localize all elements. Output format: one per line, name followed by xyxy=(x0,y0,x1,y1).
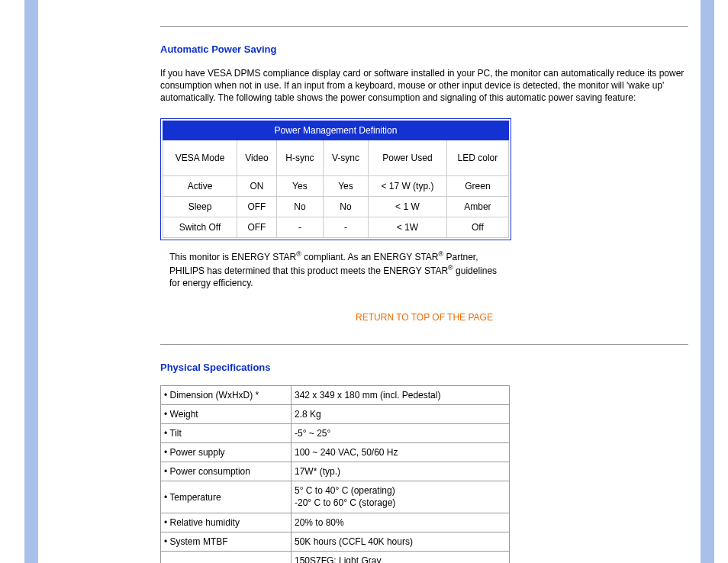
pm-cell: No xyxy=(323,196,368,217)
pm-header-cell: Power Used xyxy=(369,140,447,175)
pm-header-cell: LED color xyxy=(446,140,508,175)
energy-star-compliance: This monitor is ENERGY STAR® compliant. … xyxy=(169,249,498,290)
spec-label: • Weight xyxy=(161,405,292,424)
pm-cell: Off xyxy=(446,217,508,237)
pm-cell: OFF xyxy=(237,217,276,237)
spec-value: 20% to 80% xyxy=(292,513,510,532)
pm-cell: < 1W xyxy=(369,217,447,237)
aps-heading: Automatic Power Saving xyxy=(160,43,688,55)
pm-cell: Sleep xyxy=(163,196,237,217)
power-management-table: Power Management Definition VESA Mode Vi… xyxy=(160,118,511,240)
spec-label: • Relative humidity xyxy=(161,513,292,532)
spec-value: 5° C to 40° C (operating)-20° C to 60° C… xyxy=(292,481,510,513)
pm-header-cell: H-sync xyxy=(276,140,323,175)
spec-label: • System MTBF xyxy=(161,532,292,552)
pm-header-cell: Video xyxy=(237,140,276,175)
pm-cell: Yes xyxy=(323,175,368,196)
pm-cell: < 1 W xyxy=(369,196,447,217)
decorative-sidebar-left xyxy=(24,0,38,563)
divider xyxy=(160,26,688,27)
spec-label: • Cabinet color xyxy=(161,552,292,563)
divider xyxy=(160,344,688,345)
spec-label: • Tilt xyxy=(161,424,292,443)
spec-value: 50K hours (CCFL 40K hours) xyxy=(292,532,510,552)
pm-cell: Active xyxy=(163,175,237,196)
spec-value: 17W* (typ.) xyxy=(292,462,510,481)
spec-value: 100 ~ 240 VAC, 50/60 Hz xyxy=(292,443,510,462)
pm-cell: Green xyxy=(446,175,508,196)
pm-cell: OFF xyxy=(237,196,276,217)
pm-cell: Amber xyxy=(446,196,508,217)
pm-header-cell: VESA Mode xyxy=(163,140,237,175)
pm-cell: Yes xyxy=(276,175,323,196)
pm-table-title: Power Management Definition xyxy=(163,121,509,140)
phys-heading: Physical Specifications xyxy=(160,362,688,373)
spec-label: • Power supply xyxy=(161,443,292,462)
pm-cell: No xyxy=(276,196,323,217)
spec-label: • Temperature xyxy=(161,481,292,513)
aps-intro-text: If you have VESA DPMS compliance display… xyxy=(160,67,688,105)
spec-value: 342 x 349 x 180 mm (incl. Pedestal) xyxy=(292,386,510,405)
pm-cell: Switch Off xyxy=(163,217,237,237)
physical-specs-table: • Dimension (WxHxD) *342 x 349 x 180 mm … xyxy=(160,385,510,563)
pm-cell: < 17 W (typ.) xyxy=(369,175,447,196)
spec-label: • Power consumption xyxy=(161,462,292,481)
spec-label: • Dimension (WxHxD) * xyxy=(161,386,292,405)
pm-header-cell: V-sync xyxy=(323,140,368,175)
pm-cell: - xyxy=(323,217,368,237)
pm-cell: ON xyxy=(237,175,276,196)
spec-value: -5° ~ 25° xyxy=(292,424,510,443)
spec-value: 2.8 Kg xyxy=(292,405,510,424)
pm-cell: - xyxy=(276,217,323,237)
spec-value: 150S7FG: Light Gray150S7FB: Black150S7FS… xyxy=(292,552,510,563)
decorative-sidebar-right xyxy=(701,0,714,563)
return-to-top-link[interactable]: RETURN TO TOP OF THE PAGE xyxy=(160,312,688,323)
